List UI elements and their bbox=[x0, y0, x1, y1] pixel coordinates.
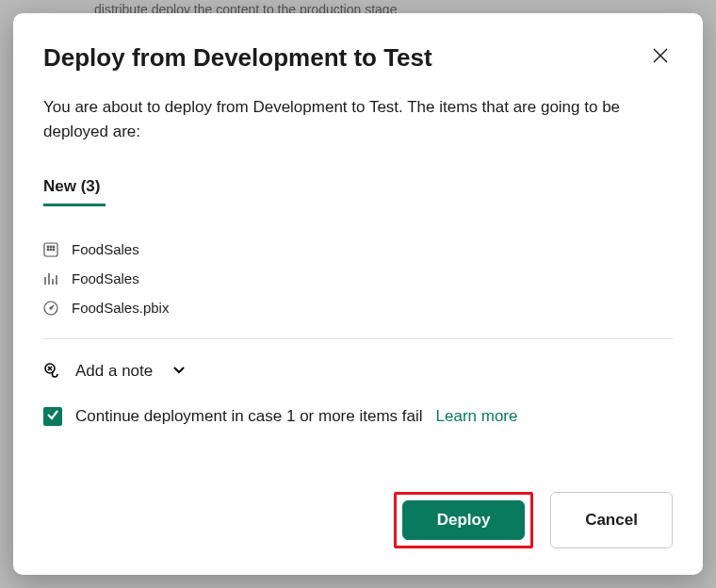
modal-header: Deploy from Development to Test bbox=[43, 43, 673, 73]
close-icon bbox=[652, 53, 669, 67]
cancel-button[interactable]: Cancel bbox=[550, 492, 673, 548]
checkmark-icon bbox=[46, 408, 59, 425]
list-item: FoodSales.pbix bbox=[43, 300, 673, 316]
modal-footer: Deploy Cancel bbox=[43, 492, 673, 548]
dashboard-icon bbox=[43, 301, 58, 316]
svg-point-3 bbox=[47, 246, 49, 248]
list-item: FoodSales bbox=[43, 270, 673, 286]
modal-title: Deploy from Development to Test bbox=[43, 43, 432, 73]
continue-on-fail-row: Continue deployment in case 1 or more it… bbox=[43, 407, 673, 426]
close-button[interactable] bbox=[648, 43, 673, 71]
continue-on-fail-checkbox[interactable] bbox=[43, 407, 62, 426]
continue-on-fail-label: Continue deployment in case 1 or more it… bbox=[75, 407, 423, 426]
dataset-icon bbox=[43, 242, 58, 257]
tab-new[interactable]: New (3) bbox=[43, 177, 106, 206]
report-icon bbox=[43, 271, 58, 286]
add-note-label: Add a note bbox=[75, 362, 153, 381]
chevron-down-icon bbox=[171, 362, 187, 381]
item-name: FoodSales bbox=[72, 241, 139, 257]
svg-point-8 bbox=[53, 249, 55, 251]
modal-description: You are about to deploy from Development… bbox=[43, 95, 673, 143]
deploy-highlight: Deploy bbox=[394, 492, 533, 548]
svg-point-7 bbox=[50, 249, 52, 251]
svg-point-6 bbox=[47, 249, 49, 251]
deploy-button[interactable]: Deploy bbox=[402, 500, 525, 540]
deploy-modal: Deploy from Development to Test You are … bbox=[13, 13, 703, 575]
svg-point-14 bbox=[50, 307, 52, 309]
items-list: FoodSales FoodSales FoodSal bbox=[43, 215, 673, 339]
item-name: FoodSales bbox=[72, 270, 139, 286]
learn-more-link[interactable]: Learn more bbox=[436, 407, 518, 426]
add-note-toggle[interactable]: Add a note bbox=[43, 339, 673, 407]
list-item: FoodSales bbox=[43, 241, 673, 257]
item-name: FoodSales.pbix bbox=[72, 300, 169, 316]
note-icon bbox=[43, 362, 62, 381]
svg-point-4 bbox=[50, 246, 52, 248]
tabs-container: New (3) bbox=[43, 177, 673, 205]
svg-point-5 bbox=[53, 246, 55, 248]
